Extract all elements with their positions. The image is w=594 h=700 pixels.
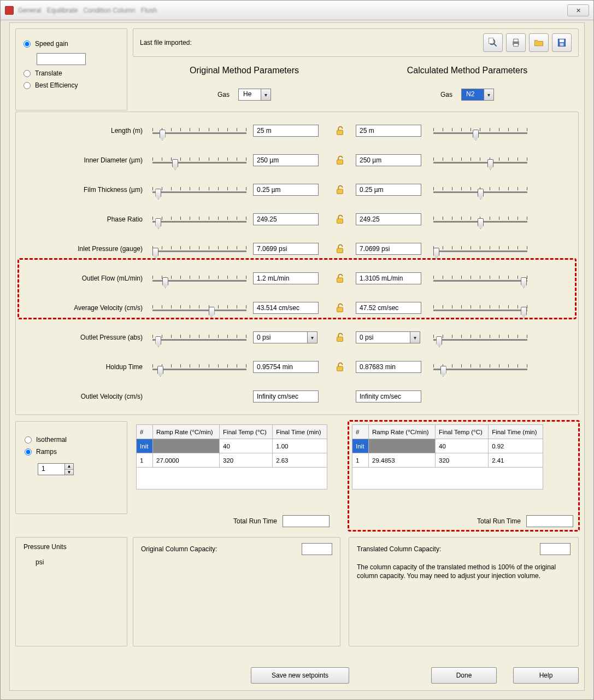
radio-ramps[interactable] — [25, 448, 32, 456]
slider[interactable] — [431, 180, 530, 199]
param-calc-value[interactable] — [356, 272, 421, 284]
param-orig-value[interactable] — [253, 243, 319, 255]
save-disk-icon — [556, 37, 567, 48]
radio-speed-gain[interactable] — [23, 40, 31, 48]
slider[interactable] — [431, 210, 530, 229]
param-calc-value[interactable] — [356, 361, 421, 373]
param-label: Inlet Pressure (gauge) — [20, 245, 146, 253]
param-orig-value[interactable] — [253, 272, 319, 284]
lock-toggle[interactable] — [328, 184, 351, 196]
orig-ramp-area: #Ramp Rate (°C/min)Final Temp (°C)Final … — [133, 421, 335, 530]
slider[interactable] — [431, 151, 530, 170]
slider[interactable] — [150, 269, 249, 288]
lock-toggle[interactable] — [328, 272, 351, 284]
slider[interactable] — [150, 328, 249, 347]
param-calc-value[interactable] — [356, 302, 421, 314]
radio-best-efficiency[interactable] — [23, 82, 31, 89]
param-calc-value[interactable] — [356, 125, 421, 137]
slider[interactable] — [431, 358, 530, 376]
param-calc-value[interactable] — [356, 184, 421, 196]
speed-gain-input[interactable] — [37, 53, 86, 65]
spin-down-icon[interactable]: ▼ — [65, 470, 73, 475]
spin-up-icon[interactable]: ▲ — [65, 464, 73, 470]
slider[interactable] — [431, 121, 530, 140]
gas-row: Gas He Gas N2 — [133, 83, 579, 106]
lock-toggle[interactable] — [328, 213, 351, 225]
slider[interactable] — [150, 151, 249, 170]
calc-total-runtime-label: Total Run Time — [477, 517, 521, 525]
param-calc-value[interactable] — [356, 390, 421, 402]
lock-open-icon — [334, 331, 346, 343]
slider[interactable] — [431, 328, 530, 347]
lock-toggle[interactable] — [328, 331, 351, 343]
radio-isothermal[interactable] — [25, 436, 32, 444]
lock-toggle[interactable] — [328, 243, 351, 255]
print-button[interactable] — [506, 33, 526, 52]
lock-open-icon — [334, 243, 346, 255]
lock-toggle[interactable] — [328, 125, 351, 137]
heading-calculated: Calculated Method Parameters — [356, 61, 579, 83]
close-button[interactable]: ✕ — [567, 4, 589, 16]
param-row: Holdup Time — [16, 353, 578, 381]
calc-capacity-value — [540, 543, 571, 555]
slider[interactable] — [150, 240, 249, 258]
print-preview-button[interactable] — [483, 33, 503, 52]
app-window: General Equilibrate Condition Column Flu… — [0, 0, 594, 700]
lock-toggle[interactable] — [328, 154, 351, 166]
table-row[interactable]: 127.00003202.63 — [137, 453, 327, 468]
lock-toggle[interactable] — [328, 361, 351, 373]
param-calc-value[interactable] — [356, 243, 421, 255]
param-orig-value[interactable] — [253, 125, 319, 137]
param-calc-value[interactable] — [356, 154, 421, 166]
save-setpoints-button[interactable]: Save new setpoints — [251, 667, 349, 684]
svg-rect-8 — [560, 43, 564, 46]
param-row: Outlet Flow (mL/min) — [16, 264, 578, 293]
slider[interactable] — [150, 358, 249, 376]
svg-rect-5 — [514, 44, 518, 46]
slider[interactable] — [150, 210, 249, 229]
param-calc-value[interactable] — [356, 331, 410, 343]
help-button[interactable]: Help — [513, 667, 579, 684]
table-row[interactable]: Init401.00 — [137, 439, 327, 453]
open-button[interactable] — [529, 33, 549, 52]
param-label: Film Thickness (µm) — [20, 186, 146, 194]
chevron-down-icon[interactable] — [410, 331, 420, 343]
table-row[interactable]: 129.48533202.41 — [352, 453, 543, 468]
param-orig-value[interactable] — [253, 302, 319, 314]
slider[interactable] — [150, 121, 249, 140]
app-icon — [5, 6, 14, 15]
gas-calc-select[interactable]: N2 — [461, 89, 494, 101]
param-orig-value[interactable] — [253, 213, 319, 225]
svg-rect-13 — [337, 248, 343, 253]
param-orig-value[interactable] — [253, 184, 319, 196]
table-row[interactable]: Init400.92 — [352, 439, 543, 453]
slider[interactable] — [150, 180, 249, 199]
done-button[interactable]: Done — [431, 667, 497, 684]
radio-translate[interactable] — [23, 70, 31, 77]
param-orig-value[interactable] — [253, 361, 319, 373]
svg-rect-2 — [489, 38, 493, 44]
param-orig-value[interactable] — [253, 154, 319, 166]
lock-toggle[interactable] — [328, 302, 351, 314]
svg-rect-14 — [337, 278, 343, 282]
lock-open-icon — [334, 361, 346, 373]
calc-total-runtime-value — [526, 515, 573, 527]
orig-ramp-table[interactable]: #Ramp Rate (°C/min)Final Temp (°C)Final … — [136, 424, 327, 489]
slider[interactable] — [431, 269, 530, 288]
column-headings: Original Method Parameters Calculated Me… — [133, 61, 579, 83]
param-label: Average Velocity (cm/s) — [20, 304, 146, 312]
radio-ramps-label: Ramps — [36, 448, 57, 456]
gas-orig-select[interactable]: He — [238, 89, 271, 101]
save-button[interactable] — [552, 33, 572, 52]
footer-buttons: Save new setpoints Done Help — [15, 667, 579, 684]
chevron-down-icon[interactable] — [308, 331, 317, 343]
slider[interactable] — [431, 240, 530, 258]
calc-ramp-table[interactable]: #Ramp Rate (°C/min)Final Temp (°C)Final … — [352, 424, 543, 489]
param-orig-value[interactable] — [253, 331, 308, 343]
param-orig-value[interactable] — [253, 390, 319, 402]
svg-rect-16 — [337, 337, 343, 341]
slider[interactable] — [431, 299, 530, 317]
ramp-count-stepper[interactable]: 1 ▲▼ — [38, 463, 74, 475]
slider[interactable] — [150, 299, 249, 317]
param-calc-value[interactable] — [356, 213, 421, 225]
